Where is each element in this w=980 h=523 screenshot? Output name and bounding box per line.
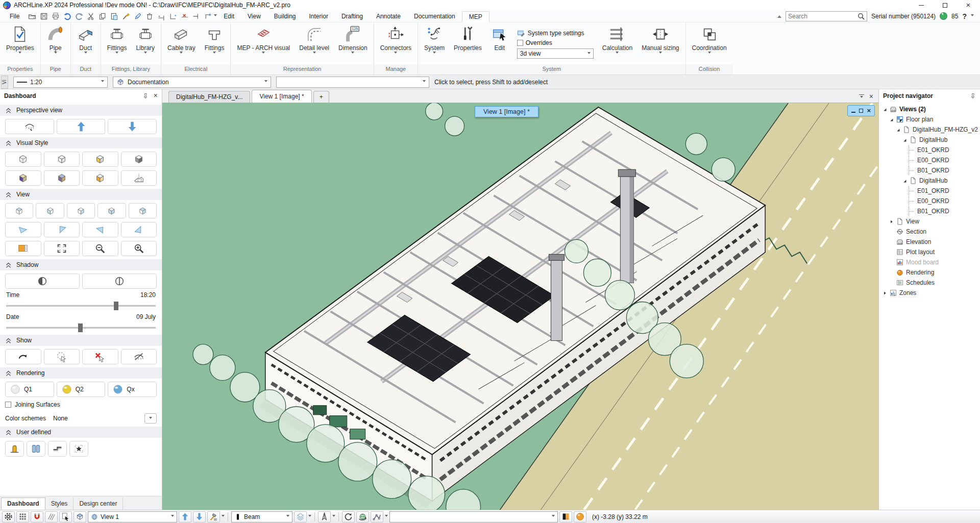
view-rotate-left-button[interactable] [44,222,80,237]
tab-list-icon[interactable] [859,94,864,99]
collapsed-panel-tab[interactable]: Vi [1,76,8,89]
date-slider[interactable] [6,323,156,332]
tree-item-zones[interactable]: Zones [879,288,980,298]
joining-surfaces-checkbox[interactable] [5,402,11,408]
close-button[interactable] [957,0,980,10]
view-axon-4-button[interactable] [97,203,126,218]
library-button[interactable]: Library [131,23,159,64]
menu-building[interactable]: Building [267,11,303,21]
view-rotate-up-button[interactable] [82,222,118,237]
zoom-in-button[interactable] [121,241,157,256]
tab-view1-image[interactable]: View 1 [Image] * [252,90,311,103]
orbit-button[interactable] [5,349,41,364]
shadow-on-button[interactable] [5,273,80,289]
style-textured-button[interactable] [5,170,41,186]
cursor-mode-button[interactable] [59,511,72,522]
system-button[interactable]: System [420,23,449,64]
menu-documentation[interactable]: Documentation [407,11,462,21]
system-edit-button[interactable]: Edit [486,23,513,64]
chevron-down-icon[interactable] [308,515,311,518]
pin-icon[interactable] [970,93,976,99]
wall-button[interactable] [48,441,67,457]
pin-icon[interactable] [142,93,149,99]
tree-item-view[interactable]: View [879,216,980,227]
view-rotate-right-button[interactable] [5,222,41,237]
floor-up-button[interactable] [179,511,191,522]
paste-button[interactable] [108,11,120,21]
tab-digitalhub[interactable]: DigitalHub_FM-HZG_v... [168,91,250,103]
chevron-down-icon[interactable] [222,515,225,518]
tree-item-plot-layout[interactable]: Plot layout [879,247,980,257]
view-close-icon[interactable] [867,107,871,114]
coordinate-input[interactable] [389,511,558,522]
menu-edit[interactable]: Edit [217,11,241,21]
snap-button[interactable] [31,511,43,522]
expander-icon[interactable] [902,179,908,183]
date-slider-handle[interactable] [78,323,83,332]
section-shadow[interactable]: Shadow [0,259,162,270]
redo-button[interactable] [73,11,85,21]
tree-item-b01-okrd-2[interactable]: B01_OKRD [879,206,980,216]
collapse-ribbon-icon[interactable] [777,13,781,18]
detail-level-button[interactable]: Detail level [295,23,334,64]
duct-button[interactable]: Duct [72,23,99,64]
manual-sizing-button[interactable]: Manual sizing [637,23,683,64]
hatch-button[interactable] [45,511,58,522]
system-properties-button[interactable]: Properties [449,23,486,64]
minimize-button[interactable] [910,0,933,10]
favorites-button[interactable] [69,441,88,457]
tree-item-e00-okrd-2[interactable]: E00_OKRD [879,196,980,206]
polyline-mode-button[interactable] [371,511,383,522]
rotate-view-button[interactable] [342,511,355,522]
active-view-float-label[interactable]: View 1 [Image] * [475,106,538,117]
hide-elements-button[interactable] [121,349,157,364]
fittings-button[interactable]: Fittings [103,23,132,64]
scale-select[interactable]: 1:20 [13,77,108,88]
select-visible-button[interactable] [44,349,80,364]
calculation-button[interactable]: Calculation [598,23,637,64]
menu-file[interactable]: File [3,11,26,21]
close-panel-icon[interactable] [154,92,158,99]
section-user-defined[interactable]: User defined [0,427,162,438]
layer-select[interactable]: Documentation [113,77,271,88]
tree-item-floor-plan[interactable]: Floor plan [879,114,980,124]
search-input[interactable] [788,13,857,20]
pen-button[interactable] [132,11,143,21]
cut-button[interactable] [85,11,96,21]
layers-button[interactable] [294,511,307,522]
tree-item-rendering[interactable]: Rendering [879,267,980,278]
view-axon-5-button[interactable] [129,203,157,218]
deselect-button[interactable] [82,349,118,364]
new-view-tab-button[interactable]: + [313,91,329,103]
section-rendering[interactable]: Rendering [0,367,162,379]
perspective-up-button[interactable] [57,119,106,134]
view-restore-icon[interactable] [859,109,863,113]
tree-item-section[interactable]: Section [879,227,980,237]
pipe-button[interactable]: Pipe [42,23,69,64]
expander-icon[interactable] [889,117,894,122]
remove-dimension-button[interactable] [179,11,190,21]
zoom-fit-button[interactable] [44,241,80,256]
measure-button[interactable] [155,11,167,21]
tree-item-e00-okrd[interactable]: E00_OKRD [879,155,980,165]
view-minimize-icon[interactable] [851,112,855,113]
expander-icon[interactable] [895,128,901,132]
coordination-button[interactable]: Coordination [688,23,731,64]
north-direction-button[interactable] [318,511,331,522]
window-button[interactable] [27,441,45,457]
viewport-3d[interactable]: View 1 [Image] * [162,103,878,510]
section-visual-style[interactable]: Visual Style [0,137,162,148]
expander-icon[interactable] [882,291,888,295]
view-axon-2-button[interactable] [36,203,64,218]
style-xray-button[interactable] [82,170,118,186]
add-point-button[interactable] [202,11,214,21]
view-axon-1-button[interactable] [5,203,33,218]
view-rotate-down-button[interactable] [121,222,157,237]
copy-button[interactable] [96,11,108,21]
menu-drafting[interactable]: Drafting [335,11,370,21]
cable-tray-button[interactable]: Cable tray [163,23,200,64]
close-view-icon[interactable] [869,93,873,101]
electrical-fittings-button[interactable]: Fittings [200,23,229,64]
zoom-out-button[interactable] [82,241,118,256]
shadow-split-button[interactable] [82,273,157,289]
